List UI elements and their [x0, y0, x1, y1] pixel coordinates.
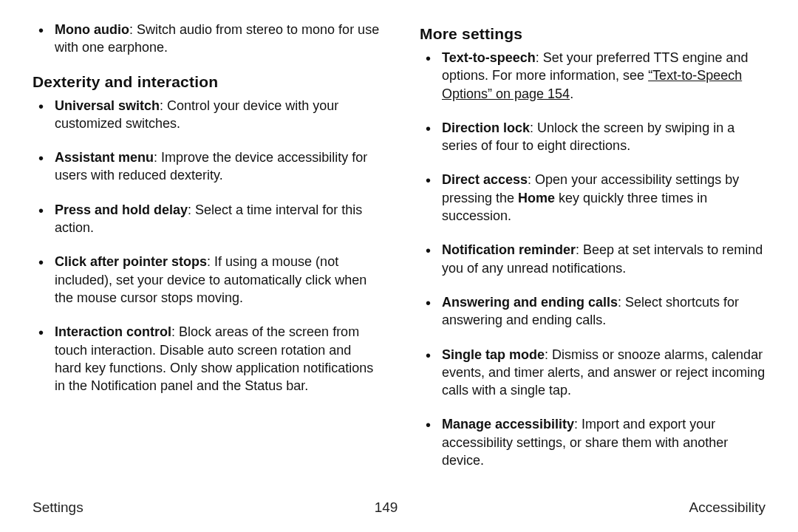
more-settings-list: Text-to-speech: Set your preferred TTS e… [420, 49, 765, 469]
item-term: Press and hold delay [55, 202, 188, 217]
list-item: Direct access: Open your accessibility s… [439, 171, 765, 225]
list-item: Manage accessibility: Import and export … [439, 415, 765, 469]
item-term: Direct access [442, 172, 528, 187]
item-term: Text-to-speech [442, 50, 536, 65]
dexterity-list: Universal switch: Control your device wi… [33, 97, 380, 395]
page-number: 149 [83, 499, 689, 516]
list-item: Notification reminder: Beep at set inter… [439, 241, 765, 277]
item-term: Interaction control [55, 324, 171, 339]
item-term: Mono audio [55, 22, 129, 37]
item-term: Answering and ending calls [442, 295, 618, 310]
left-column: Mono audio: Switch audio from stereo to … [33, 21, 399, 488]
page-body: Mono audio: Switch audio from stereo to … [0, 0, 798, 488]
item-term: Click after pointer stops [55, 254, 207, 269]
list-item: Direction lock: Unlock the screen by swi… [439, 119, 765, 155]
section-title-more-settings: More settings [420, 25, 765, 43]
page-footer: Settings 149 Accessibility [0, 499, 798, 516]
item-term: Notification reminder [442, 242, 576, 257]
item-term: Assistant menu [55, 150, 154, 165]
item-desc-tail: . [570, 86, 573, 101]
list-item: Universal switch: Control your device wi… [52, 97, 380, 133]
section-title-dexterity: Dexterity and interaction [33, 73, 380, 91]
item-term-inline: Home [518, 191, 555, 205]
item-term: Single tap mode [442, 347, 545, 362]
right-column: More settings Text-to-speech: Set your p… [399, 21, 765, 488]
list-item: Mono audio: Switch audio from stereo to … [52, 21, 380, 57]
list-item: Interaction control: Block areas of the … [52, 323, 380, 395]
list-item: Single tap mode: Dismiss or snooze alarm… [439, 346, 765, 400]
intro-list: Mono audio: Switch audio from stereo to … [33, 21, 380, 57]
item-term: Manage accessibility [442, 417, 574, 432]
footer-left: Settings [33, 499, 83, 516]
list-item: Click after pointer stops: If using a mo… [52, 253, 380, 307]
item-term: Direction lock [442, 120, 530, 135]
item-term: Universal switch [55, 98, 160, 113]
list-item: Answering and ending calls: Select short… [439, 293, 765, 330]
footer-right: Accessibility [689, 499, 765, 516]
list-item: Assistant menu: Improve the device acces… [52, 149, 380, 185]
list-item: Text-to-speech: Set your preferred TTS e… [439, 49, 765, 103]
list-item: Press and hold delay: Select a time inte… [52, 201, 380, 237]
